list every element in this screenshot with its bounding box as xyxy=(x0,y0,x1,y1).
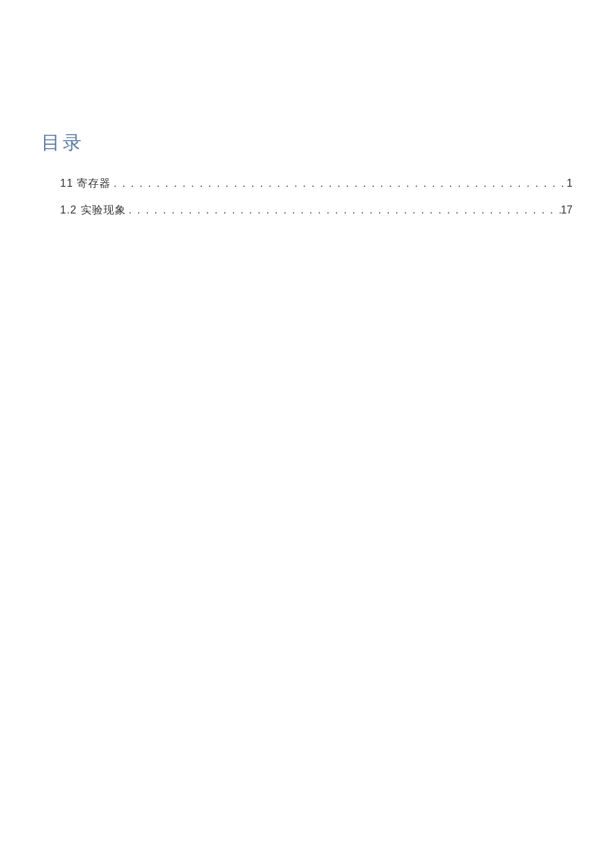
toc-entry[interactable]: 1.2 实验现象 . . . . . . . . . . . . . . . .… xyxy=(60,202,573,218)
toc-entry-page: 17 xyxy=(561,202,573,218)
toc-dots: . . . . . . . . . . . . . . . . . . . . … xyxy=(126,202,561,218)
toc-title: 目录 xyxy=(41,130,573,155)
toc-entry-label: 1.2 实验现象 xyxy=(60,202,126,218)
toc-dots: . . . . . . . . . . . . . . . . . . . . … xyxy=(111,175,567,191)
toc-entry-label: 11 寄存器 xyxy=(60,175,111,191)
toc-entry-page: 1 xyxy=(567,175,573,191)
toc-list: 11 寄存器 . . . . . . . . . . . . . . . . .… xyxy=(41,175,573,218)
toc-entry[interactable]: 11 寄存器 . . . . . . . . . . . . . . . . .… xyxy=(60,175,573,191)
